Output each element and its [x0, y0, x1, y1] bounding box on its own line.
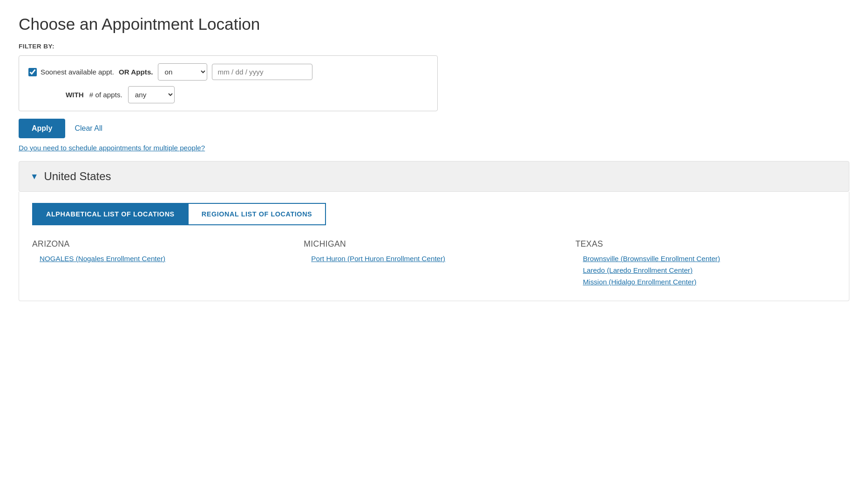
- soonest-appt-label: Soonest available appt.: [41, 68, 114, 76]
- multiple-people-link[interactable]: Do you need to schedule appointments for…: [19, 144, 205, 152]
- tab-alphabetical[interactable]: ALPHABETICAL LIST OF LOCATIONS: [32, 203, 189, 225]
- location-mission[interactable]: Mission (Hidalgo Enrollment Center): [576, 278, 836, 286]
- region-section: ▼ United States: [19, 161, 849, 192]
- num-appts-select[interactable]: any 1 2 3 4 5+: [128, 86, 175, 103]
- states-grid: ARIZONA NOGALES (Nogales Enrollment Cent…: [32, 239, 836, 289]
- tabs-row: ALPHABETICAL LIST OF LOCATIONS REGIONAL …: [32, 203, 836, 225]
- state-name-texas: TEXAS: [576, 239, 836, 249]
- filter-left: Soonest available appt. OR Appts. on aft…: [28, 63, 312, 81]
- state-arizona: ARIZONA NOGALES (Nogales Enrollment Cent…: [32, 239, 292, 289]
- apply-button[interactable]: Apply: [19, 119, 65, 138]
- location-port-huron[interactable]: Port Huron (Port Huron Enrollment Center…: [304, 255, 564, 262]
- location-laredo[interactable]: Laredo (Laredo Enrollment Center): [576, 266, 836, 274]
- with-label: WITH: [66, 91, 84, 99]
- locations-panel: ALPHABETICAL LIST OF LOCATIONS REGIONAL …: [19, 192, 849, 301]
- actions-row: Apply Clear All: [19, 119, 849, 138]
- num-appts-label: # of appts.: [89, 91, 122, 99]
- page-title: Choose an Appointment Location: [19, 15, 849, 34]
- date-input[interactable]: [212, 64, 312, 80]
- state-michigan: MICHIGAN Port Huron (Port Huron Enrollme…: [304, 239, 564, 289]
- state-name-arizona: ARIZONA: [32, 239, 292, 249]
- filter-right: WITH # of appts. any 1 2 3 4 5+: [66, 86, 175, 103]
- filter-label: FILTER BY:: [19, 43, 849, 50]
- chevron-down-icon[interactable]: ▼: [30, 172, 38, 182]
- state-texas: TEXAS Brownsville (Brownsville Enrollmen…: [576, 239, 836, 289]
- checkbox-wrapper: Soonest available appt.: [28, 68, 114, 76]
- location-nogales[interactable]: NOGALES (Nogales Enrollment Center): [32, 255, 292, 262]
- region-title: United States: [44, 170, 111, 183]
- location-brownsville[interactable]: Brownsville (Brownsville Enrollment Cent…: [576, 255, 836, 262]
- filter-box: Soonest available appt. OR Appts. on aft…: [19, 55, 438, 111]
- tab-regional[interactable]: REGIONAL LIST OF LOCATIONS: [189, 203, 326, 225]
- appts-on-select[interactable]: on after before: [158, 63, 207, 81]
- state-name-michigan: MICHIGAN: [304, 239, 564, 249]
- soonest-appt-checkbox[interactable]: [28, 68, 37, 76]
- clear-all-button[interactable]: Clear All: [75, 124, 102, 133]
- or-appts-label: OR Appts.: [119, 68, 153, 76]
